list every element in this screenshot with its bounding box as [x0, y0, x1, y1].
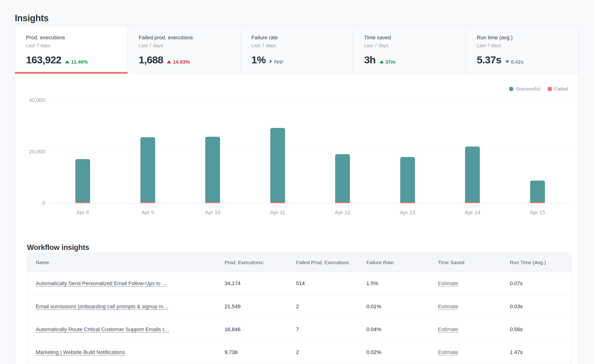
- table-row[interactable]: Automatically Route Critical Customer Su…: [27, 318, 571, 341]
- cell-prod-executions: 16,846: [224, 326, 296, 332]
- chart-slot-apr-15: Apr 15: [505, 100, 570, 203]
- x-axis-tick-label: Apr 8: [50, 209, 115, 216]
- estimate-link[interactable]: Estimate: [438, 304, 458, 310]
- sort-desc-icon: ↓: [263, 260, 265, 265]
- bar-successful: [270, 128, 285, 202]
- table-row[interactable]: Automatically Send Personalized Email Fo…: [27, 272, 571, 295]
- estimate-link[interactable]: Estimate: [438, 326, 458, 332]
- metric-card-label: Failure rate: [251, 34, 346, 41]
- workflow-name-link[interactable]: Email sumissions (onboarding call prompt…: [36, 304, 168, 310]
- bar-failed: [335, 202, 350, 203]
- metric-card-time-saved[interactable]: Time savedLast 7 days3h37m: [353, 26, 466, 74]
- metric-card-delta-value: 11.46%: [71, 59, 88, 65]
- metric-card-value: 1,688: [139, 55, 163, 65]
- delta-up-icon: [379, 60, 384, 63]
- bar-group-apr-8[interactable]: [75, 159, 90, 203]
- metric-card-failed-prod-executions[interactable]: Failed prod. executionsLast 7 days1,6881…: [128, 26, 241, 74]
- bar-successful: [140, 137, 155, 202]
- bar-successful: [335, 154, 350, 202]
- chart-slot-apr-9: Apr 9: [115, 100, 180, 203]
- legend-item-failed[interactable]: Failed: [548, 86, 568, 92]
- chart-slot-apr-11: Apr 11: [245, 100, 310, 203]
- x-axis-tick-label: Apr 10: [180, 209, 245, 216]
- chart-slot-apr-10: Apr 10: [180, 100, 245, 203]
- column-header-time-saved[interactable]: Time Saved: [438, 260, 510, 265]
- legend-item-successful[interactable]: Successful: [509, 86, 540, 92]
- metric-card-value: 5.37s: [477, 55, 501, 65]
- chart-slot-apr-13: Apr 13: [375, 100, 440, 203]
- workflow-name-link[interactable]: Automatically Route Critical Customer Su…: [36, 326, 169, 332]
- cell-run-time-avg: 0.03s: [510, 304, 571, 310]
- y-axis-tick-label: 40,000: [14, 97, 45, 103]
- metric-card-delta-value: 14.93%: [173, 59, 190, 65]
- cell-failure-rate: 0.02%: [366, 349, 438, 355]
- metric-card-run-time-avg[interactable]: Run time (avg.)Last 7 days5.37s0.42s: [466, 26, 579, 74]
- selected-card-accent-bar: [15, 72, 128, 74]
- chart-plot-area: 020,00040,000 Apr 8Apr 9Apr 10Apr 11Apr …: [50, 100, 570, 203]
- metric-card-delta-value: 37m: [385, 59, 395, 65]
- x-axis-tick-label: Apr 12: [310, 209, 375, 216]
- column-header-failed-prod-executions[interactable]: Failed Prod. Executions: [296, 260, 366, 265]
- metric-card-failure-rate[interactable]: Failure rateLast 7 days1%0pp: [241, 26, 353, 74]
- column-header-name[interactable]: Name: [36, 260, 224, 265]
- bar-group-apr-14[interactable]: [465, 146, 480, 203]
- metric-card-period: Last 7 days: [364, 43, 458, 48]
- cell-name: Automatically Send Personalized Email Fo…: [36, 280, 224, 287]
- cell-name: Email sumissions (onboarding call prompt…: [36, 304, 224, 310]
- delta-up-icon: [65, 60, 69, 63]
- legend-swatch-failed-icon: [548, 87, 552, 91]
- bar-successful: [530, 181, 545, 202]
- metric-card-delta-value: 0.42s: [511, 59, 524, 65]
- metric-card-period: Last 7 days: [26, 43, 120, 48]
- bar-successful: [400, 157, 415, 202]
- metric-card-label: Failed prod. executions: [139, 34, 233, 41]
- metric-card-value-row: 163,92211.46%: [26, 55, 120, 65]
- cell-failed-prod-executions: 514: [296, 280, 366, 287]
- bar-group-apr-10[interactable]: [205, 137, 220, 203]
- bar-group-apr-12[interactable]: [335, 154, 350, 203]
- cell-name: Automatically Route Critical Customer Su…: [36, 326, 224, 332]
- estimate-link[interactable]: Estimate: [438, 349, 458, 355]
- x-axis-tick-label: Apr 11: [245, 209, 310, 216]
- bar-successful: [465, 146, 480, 202]
- cell-failed-prod-executions: 2: [296, 304, 366, 310]
- chart-slot-apr-8: Apr 8: [50, 100, 115, 203]
- workflow-name-link[interactable]: Automatically Send Personalized Email Fo…: [36, 280, 167, 286]
- bar-failed: [140, 202, 155, 203]
- cell-failed-prod-executions: 7: [296, 326, 366, 332]
- table-row[interactable]: Email sumissions (onboarding call prompt…: [27, 295, 571, 318]
- metric-card-prod-executions[interactable]: Prod. executionsLast 7 days163,92211.46%: [15, 26, 128, 74]
- metric-card-value-row: 1,68814.93%: [139, 55, 233, 65]
- x-axis-tick-label: Apr 14: [440, 209, 505, 216]
- estimate-link[interactable]: Estimate: [438, 280, 458, 286]
- bar-group-apr-9[interactable]: [140, 137, 155, 203]
- metric-card-value: 3h: [364, 55, 375, 65]
- bar-group-apr-15[interactable]: [530, 181, 545, 203]
- column-header-run-time-avg[interactable]: Run Time (Avg.): [510, 260, 571, 265]
- bar-group-apr-11[interactable]: [270, 128, 285, 203]
- column-header-failure-rate[interactable]: Failure Rate: [366, 260, 438, 265]
- workflow-name-link[interactable]: Marketing | Website Build Notifications: [36, 349, 125, 355]
- legend-label: Failed: [554, 86, 568, 92]
- legend-swatch-successful-icon: [509, 87, 513, 91]
- chart-slot-apr-14: Apr 14: [440, 100, 505, 203]
- metric-card-period: Last 7 days: [477, 43, 571, 48]
- table-header-row: NameProd. Executions↓Failed Prod. Execut…: [27, 253, 571, 272]
- metric-card-delta: 37m: [379, 59, 395, 65]
- metric-card-period: Last 7 days: [139, 43, 233, 48]
- metric-card-value-row: 3h37m: [364, 55, 458, 65]
- bar-group-apr-13[interactable]: [400, 157, 415, 203]
- metric-card-delta: 0.42s: [505, 59, 524, 65]
- cell-prod-executions: 21,549: [224, 304, 296, 310]
- metric-card-label: Run time (avg.): [477, 34, 571, 41]
- x-axis-tick-label: Apr 13: [375, 209, 440, 216]
- cell-failure-rate: 1.5%: [366, 280, 438, 287]
- delta-up-icon: [167, 60, 171, 63]
- column-header-prod-executions[interactable]: Prod. Executions↓: [224, 260, 296, 265]
- cell-time-saved: Estimate: [438, 280, 510, 287]
- cell-prod-executions: 9,736: [224, 349, 296, 355]
- metric-card-delta: 11.46%: [65, 59, 88, 65]
- table-row[interactable]: Marketing | Website Build Notifications9…: [27, 341, 571, 364]
- workflow-insights-heading: Workflow insights: [27, 243, 89, 252]
- chart-bars: Apr 8Apr 9Apr 10Apr 11Apr 12Apr 13Apr 14…: [50, 100, 570, 203]
